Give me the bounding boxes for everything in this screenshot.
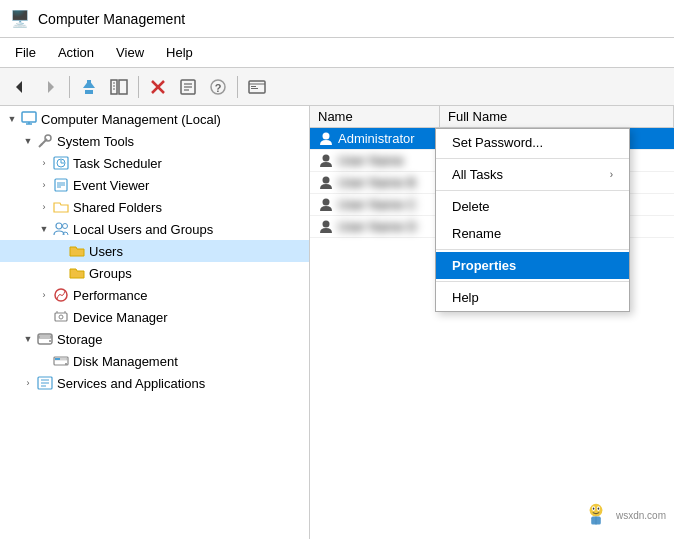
svg-marker-0 xyxy=(16,81,22,93)
tree-shared-folders[interactable]: › Shared Folders xyxy=(0,196,309,218)
svg-rect-6 xyxy=(119,80,127,94)
task-scheduler-icon xyxy=(52,154,70,172)
tree-users[interactable]: Users xyxy=(0,240,309,262)
svg-marker-3 xyxy=(83,80,95,88)
cell-name: User Name B xyxy=(310,172,440,193)
event-viewer-icon xyxy=(52,176,70,194)
svg-point-26 xyxy=(45,135,51,141)
svg-point-57 xyxy=(323,198,330,205)
ctx-delete[interactable]: Delete xyxy=(436,193,629,220)
svg-rect-44 xyxy=(39,336,51,338)
tree-groups[interactable]: Groups xyxy=(0,262,309,284)
cell-name-value: Administrator xyxy=(338,131,415,146)
ctx-arrow: › xyxy=(610,169,613,180)
computer-icon xyxy=(20,110,38,128)
ctx-separator-2 xyxy=(436,190,629,191)
help-toolbar-button[interactable]: ? xyxy=(204,73,232,101)
title-bar: 🖥️ Computer Management xyxy=(0,0,674,38)
svg-point-56 xyxy=(323,176,330,183)
tree-performance[interactable]: › Performance xyxy=(0,284,309,306)
local-users-label: Local Users and Groups xyxy=(73,222,213,237)
svg-rect-4 xyxy=(85,90,93,94)
cell-name-blurred: User Name C xyxy=(338,197,417,212)
svg-point-59 xyxy=(590,504,603,517)
tree-system-tools[interactable]: ▼ System Tools xyxy=(0,130,309,152)
up-button[interactable] xyxy=(75,73,103,101)
svg-point-55 xyxy=(323,154,330,161)
content-header: Name Full Name xyxy=(310,106,674,128)
tree-root[interactable]: ▼ Computer Management (Local) xyxy=(0,108,309,130)
users-folder-icon xyxy=(68,242,86,260)
tree-task-scheduler[interactable]: › Task Scheduler xyxy=(0,152,309,174)
context-menu: Set Password... All Tasks › Delete Renam… xyxy=(435,128,630,312)
svg-rect-21 xyxy=(251,88,258,89)
content-panel: Name Full Name Administrator xyxy=(310,106,674,539)
services-icon xyxy=(36,374,54,392)
ctx-all-tasks[interactable]: All Tasks › xyxy=(436,161,629,188)
console-button[interactable] xyxy=(243,73,271,101)
ctx-rename-label: Rename xyxy=(452,226,501,241)
toolbar-separator-2 xyxy=(138,76,139,98)
users-label: Users xyxy=(89,244,123,259)
user-icon xyxy=(318,153,334,169)
expand-icon: › xyxy=(36,177,52,193)
svg-point-36 xyxy=(56,223,62,229)
user-icon xyxy=(318,131,334,147)
cell-name-blurred: User Name D xyxy=(338,219,417,234)
svg-marker-1 xyxy=(48,81,54,93)
properties-button[interactable] xyxy=(174,73,202,101)
ctx-delete-label: Delete xyxy=(452,199,490,214)
delete-button[interactable] xyxy=(144,73,172,101)
disk-management-icon xyxy=(52,352,70,370)
expand-icon xyxy=(36,353,52,369)
ctx-all-tasks-label: All Tasks xyxy=(452,167,503,182)
showhide-button[interactable] xyxy=(105,73,133,101)
expand-icon: › xyxy=(20,375,36,391)
ctx-set-password[interactable]: Set Password... xyxy=(436,129,629,156)
back-button[interactable] xyxy=(6,73,34,101)
forward-button[interactable] xyxy=(36,73,64,101)
watermark-logo xyxy=(580,499,612,531)
col-name-label: Name xyxy=(318,109,353,124)
col-header-name[interactable]: Name xyxy=(310,106,440,127)
svg-line-27 xyxy=(39,144,42,147)
cell-name-blurred: User Name B xyxy=(338,175,416,190)
expand-icon: ▼ xyxy=(20,133,36,149)
device-manager-label: Device Manager xyxy=(73,310,168,325)
menu-view[interactable]: View xyxy=(106,41,154,64)
window-title: Computer Management xyxy=(38,11,185,27)
ctx-properties[interactable]: Properties xyxy=(436,252,629,279)
ctx-help-label: Help xyxy=(452,290,479,305)
col-fullname-label: Full Name xyxy=(448,109,507,124)
ctx-help[interactable]: Help xyxy=(436,284,629,311)
svg-rect-48 xyxy=(55,358,60,360)
col-header-fullname[interactable]: Full Name xyxy=(440,106,674,127)
storage-icon xyxy=(36,330,54,348)
svg-point-58 xyxy=(323,220,330,227)
menu-bar: File Action View Help xyxy=(0,38,674,68)
expand-icon: › xyxy=(36,287,52,303)
svg-point-54 xyxy=(323,132,330,139)
ctx-rename[interactable]: Rename xyxy=(436,220,629,247)
tree-storage[interactable]: ▼ Storage xyxy=(0,328,309,350)
menu-help[interactable]: Help xyxy=(156,41,203,64)
menu-file[interactable]: File xyxy=(5,41,46,64)
disk-management-label: Disk Management xyxy=(73,354,178,369)
svg-point-40 xyxy=(59,315,63,319)
tree-disk-management[interactable]: Disk Management xyxy=(0,350,309,372)
menu-action[interactable]: Action xyxy=(48,41,104,64)
tree-services[interactable]: › Services and Applications xyxy=(0,372,309,394)
event-viewer-label: Event Viewer xyxy=(73,178,149,193)
expand-icon: ▼ xyxy=(36,221,52,237)
ctx-separator-4 xyxy=(436,281,629,282)
user-icon xyxy=(318,175,334,191)
shared-folders-label: Shared Folders xyxy=(73,200,162,215)
tree-device-manager[interactable]: Device Manager xyxy=(0,306,309,328)
toolbar: ? xyxy=(0,68,674,106)
tree-event-viewer[interactable]: › Event Viewer xyxy=(0,174,309,196)
ctx-properties-label: Properties xyxy=(452,258,516,273)
svg-point-62 xyxy=(593,507,595,509)
tree-local-users[interactable]: ▼ Local Users and Groups xyxy=(0,218,309,240)
device-manager-icon xyxy=(52,308,70,326)
tree-panel: ▼ Computer Management (Local) ▼ Syst xyxy=(0,106,310,539)
